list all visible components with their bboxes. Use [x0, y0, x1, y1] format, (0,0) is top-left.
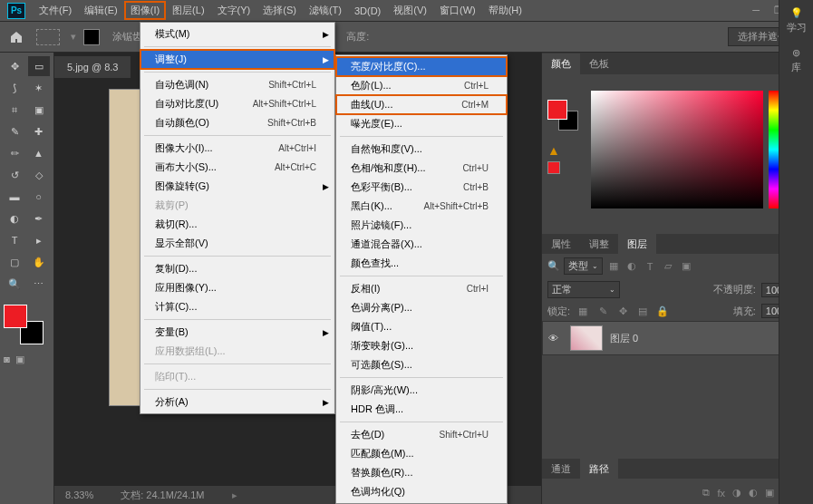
- new-fill-icon[interactable]: ◐: [749, 487, 758, 499]
- type-tool[interactable]: T: [4, 230, 25, 250]
- menu-trim[interactable]: 裁切(R)...: [140, 215, 334, 234]
- tab-layers[interactable]: 图层: [618, 234, 656, 255]
- search-icon[interactable]: 🔍: [547, 260, 560, 272]
- menu-canvas-size[interactable]: 画布大小(S)...Alt+Ctrl+C: [140, 158, 334, 177]
- marquee-tool-indicator[interactable]: [36, 29, 60, 45]
- menu-apply-image[interactable]: 应用图像(Y)...: [140, 278, 334, 297]
- menu-filter[interactable]: 滤镜(T): [303, 1, 348, 20]
- eraser-tool[interactable]: ◇: [28, 165, 50, 185]
- quick-select-tool[interactable]: ✶: [28, 78, 50, 98]
- panel-fg-swatch[interactable]: [547, 100, 567, 120]
- tab-swatches[interactable]: 色板: [580, 53, 618, 74]
- menu-channel-mixer[interactable]: 通道混合器(X)...: [336, 235, 507, 254]
- pen-tool[interactable]: ✒: [28, 208, 50, 228]
- menu-layer[interactable]: 图层(L): [166, 1, 210, 20]
- menu-view[interactable]: 视图(V): [387, 1, 433, 20]
- menu-file[interactable]: 文件(F): [33, 1, 78, 20]
- gamut-swatch[interactable]: [547, 161, 560, 174]
- tab-channels[interactable]: 通道: [542, 459, 580, 480]
- menu-duplicate[interactable]: 复制(D)...: [140, 259, 334, 278]
- gamut-warning-icon[interactable]: ▲: [547, 143, 560, 158]
- gradient-tool[interactable]: ▬: [4, 187, 25, 207]
- menu-shadows-highlights[interactable]: 阴影/高光(W)...: [336, 381, 507, 400]
- menu-brightness-contrast[interactable]: 亮度/对比度(C)...: [336, 57, 507, 76]
- blur-tool[interactable]: ○: [28, 187, 50, 207]
- filter-smart-icon[interactable]: ▣: [679, 259, 693, 274]
- menu-exposure[interactable]: 曝光度(E)...: [336, 114, 507, 133]
- menu-hdr-toning[interactable]: HDR 色调...: [336, 400, 507, 419]
- lock-pixels-icon[interactable]: ▦: [576, 304, 590, 318]
- lasso-tool[interactable]: ⟆: [4, 78, 25, 98]
- screen-mode-icon[interactable]: ▣: [15, 354, 24, 365]
- menu-photo-filter[interactable]: 照片滤镜(F)...: [336, 216, 507, 235]
- menu-match-color[interactable]: 匹配颜色(M)...: [336, 444, 507, 463]
- dodge-tool[interactable]: ◐: [4, 208, 25, 228]
- blend-mode-select[interactable]: 正常⌄: [547, 281, 620, 298]
- home-icon[interactable]: [7, 28, 25, 46]
- history-brush-tool[interactable]: ↺: [4, 165, 25, 185]
- menu-image-rotation[interactable]: 图像旋转(G)▶: [140, 177, 334, 196]
- menu-auto-contrast[interactable]: 自动对比度(U)Alt+Shift+Ctrl+L: [140, 94, 334, 113]
- menu-gradient-map[interactable]: 渐变映射(G)...: [336, 336, 507, 355]
- visibility-icon[interactable]: 👁: [548, 333, 563, 344]
- menu-variables[interactable]: 变量(B)▶: [140, 323, 334, 342]
- shape-tool[interactable]: ▢: [4, 252, 25, 272]
- layer-thumbnail[interactable]: [570, 325, 603, 351]
- filter-adjust-icon[interactable]: ◐: [624, 259, 639, 274]
- menu-selective-color[interactable]: 可选颜色(S)...: [336, 355, 507, 374]
- brush-tool[interactable]: ✏: [4, 143, 25, 163]
- path-select-tool[interactable]: ▸: [28, 230, 50, 250]
- menu-type[interactable]: 文字(Y): [211, 1, 257, 20]
- hand-tool[interactable]: ✋: [28, 252, 50, 272]
- lock-brush-icon[interactable]: ✎: [595, 304, 610, 318]
- menu-levels[interactable]: 色阶(L)...Ctrl+L: [336, 76, 507, 95]
- menu-edit[interactable]: 编辑(E): [78, 1, 124, 20]
- menu-help[interactable]: 帮助(H): [482, 1, 528, 20]
- layer-mask-icon[interactable]: ◑: [732, 487, 741, 499]
- menu-window[interactable]: 窗口(W): [433, 1, 482, 20]
- tab-adjustments[interactable]: 调整: [580, 234, 618, 255]
- lock-position-icon[interactable]: ✥: [615, 304, 630, 318]
- menu-calculations[interactable]: 计算(C)...: [140, 297, 334, 316]
- filter-type-icon[interactable]: T: [643, 259, 657, 274]
- menu-black-white[interactable]: 黑白(K)...Alt+Shift+Ctrl+B: [336, 197, 507, 216]
- eyedropper-tool[interactable]: ✎: [4, 121, 25, 141]
- menu-analysis[interactable]: 分析(A)▶: [140, 393, 334, 412]
- menu-color-balance[interactable]: 色彩平衡(B)...Ctrl+B: [336, 178, 507, 197]
- tab-properties[interactable]: 属性: [542, 234, 580, 255]
- menu-adjustments[interactable]: 调整(J)▶: [140, 50, 334, 69]
- move-tool[interactable]: ✥: [4, 56, 25, 76]
- marquee-tool[interactable]: ▭: [28, 56, 50, 76]
- filter-image-icon[interactable]: ▦: [606, 259, 621, 274]
- layer-name[interactable]: 图层 0: [610, 332, 638, 345]
- menu-desaturate[interactable]: 去色(D)Shift+Ctrl+U: [336, 425, 507, 444]
- menu-select[interactable]: 选择(S): [256, 1, 303, 20]
- menu-color-lookup[interactable]: 颜色查找...: [336, 254, 507, 273]
- tab-paths[interactable]: 路径: [580, 459, 618, 480]
- tab-color[interactable]: 颜色: [542, 53, 580, 74]
- libraries-button[interactable]: ⊚库: [791, 47, 801, 74]
- lock-all-icon[interactable]: 🔒: [655, 304, 670, 318]
- minimize-icon[interactable]: ─: [752, 5, 760, 16]
- zoom-level[interactable]: 8.33%: [65, 489, 93, 500]
- edit-toolbar[interactable]: ⋯: [28, 274, 50, 294]
- quick-mask-icon[interactable]: ◙: [4, 354, 10, 365]
- document-tab[interactable]: 5.jpg @ 8.3: [54, 56, 131, 78]
- menu-image-size[interactable]: 图像大小(I)...Alt+Ctrl+I: [140, 139, 334, 158]
- learn-button[interactable]: 💡学习: [787, 7, 807, 34]
- layer-item[interactable]: 👁 图层 0: [542, 321, 813, 355]
- menu-image[interactable]: 图像(I): [124, 1, 166, 20]
- color-picker-field[interactable]: [591, 91, 763, 208]
- menu-equalize[interactable]: 色调均化(Q): [336, 482, 507, 501]
- menu-invert[interactable]: 反相(I)Ctrl+I: [336, 279, 507, 298]
- menu-auto-color[interactable]: 自动颜色(O)Shift+Ctrl+B: [140, 113, 334, 132]
- foreground-color-swatch[interactable]: [4, 305, 27, 328]
- filter-type-select[interactable]: 类型⌄: [564, 257, 603, 275]
- frame-tool[interactable]: ▣: [28, 100, 50, 120]
- color-swatches[interactable]: [4, 305, 44, 344]
- lock-artboard-icon[interactable]: ▤: [635, 304, 650, 318]
- stamp-tool[interactable]: ▲: [28, 143, 50, 163]
- menu-replace-color[interactable]: 替换颜色(R)...: [336, 463, 507, 482]
- menu-3d[interactable]: 3D(D): [348, 3, 387, 19]
- fill-swatch[interactable]: [83, 29, 100, 45]
